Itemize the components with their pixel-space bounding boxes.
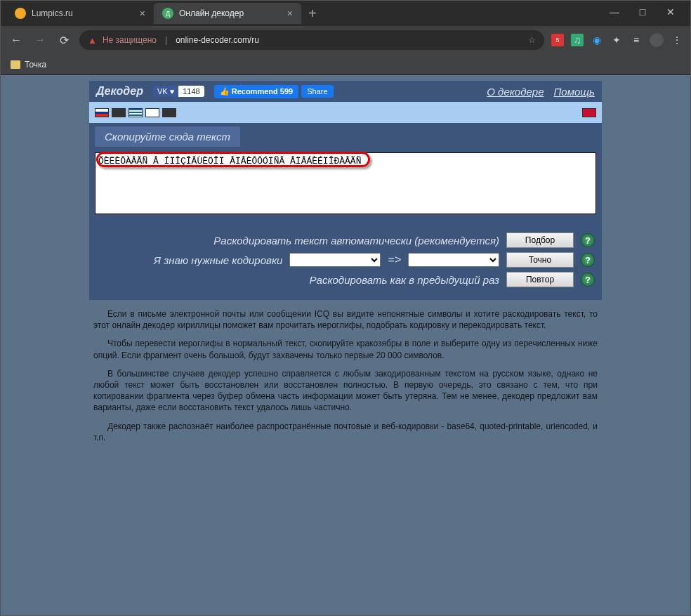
avatar[interactable]: [650, 33, 664, 47]
site-brand[interactable]: Декодер: [96, 85, 143, 98]
help-link[interactable]: Помощь: [554, 86, 595, 98]
desc-paragraph: Чтобы перевести иероглифы в нормальный т…: [93, 338, 598, 360]
lumpics-favicon: [15, 8, 26, 19]
flag-gr-icon[interactable]: [129, 108, 143, 117]
decode-controls: Раскодировать текст автоматически (реком…: [89, 223, 602, 300]
input-section: [89, 147, 602, 223]
close-icon[interactable]: ×: [140, 8, 145, 19]
flag-il-icon[interactable]: [145, 108, 159, 117]
tab-title: Lumpics.ru: [32, 8, 73, 18]
flag-icon[interactable]: [112, 108, 126, 117]
fb-share-button[interactable]: Share: [301, 85, 333, 98]
bookmarks-bar: Точка: [1, 54, 690, 75]
source-encoding-select[interactable]: [289, 253, 381, 267]
address-bar[interactable]: ▲ Не защищено | online-decoder.com/ru ☆: [79, 30, 544, 50]
maximize-button[interactable]: □: [629, 2, 657, 22]
fb-recommend-button[interactable]: 👍 Recommend 599: [214, 85, 299, 98]
repeat-decode-button[interactable]: Повтор: [506, 272, 574, 287]
vk-like-button[interactable]: VK ♥: [153, 86, 178, 97]
desc-paragraph: Декодер также распознаёт наиболее распро…: [93, 421, 598, 443]
exact-decode-button[interactable]: Точно: [506, 252, 574, 268]
known-encodings-label: Я знаю нужные кодировки: [154, 254, 282, 266]
browser-window: Lumpics.ru × Д Онлайн декодер × + — □ ✕ …: [0, 0, 691, 616]
about-link[interactable]: О декодере: [487, 86, 544, 98]
reload-button[interactable]: ⟳: [55, 34, 72, 47]
tab-strip: Lumpics.ru × Д Онлайн декодер × + — □ ✕: [1, 1, 690, 26]
flag-gb-icon[interactable]: [582, 108, 596, 117]
help-icon[interactable]: ?: [581, 233, 595, 247]
page-viewport: Декодер VK ♥ 1148 👍 Recommend 599 Share …: [1, 75, 690, 615]
warning-icon: ▲: [88, 35, 97, 46]
help-icon[interactable]: ?: [581, 253, 595, 267]
tab-decoder[interactable]: Д Онлайн декодер ×: [154, 3, 301, 24]
puzzle-icon[interactable]: ✦: [610, 34, 623, 46]
decoder-favicon: Д: [162, 8, 173, 19]
close-button[interactable]: ✕: [657, 2, 685, 22]
bookmark-folder-icon: [11, 60, 20, 69]
vk-widget[interactable]: VK ♥ 1148: [153, 86, 204, 97]
flag-icon[interactable]: [162, 108, 176, 117]
desc-paragraph: В большинстве случаев декодер успешно сп…: [93, 368, 598, 414]
section-tabs: Скопируйте сюда текст: [89, 123, 602, 147]
tab-title: Онлайн декодер: [179, 8, 244, 18]
decode-input[interactable]: [95, 152, 596, 214]
new-tab-button[interactable]: +: [301, 6, 324, 22]
description-text: Если в письме электронной почты или сооб…: [89, 300, 602, 459]
flag-ru-icon[interactable]: [95, 108, 109, 117]
tab-lumpics[interactable]: Lumpics.ru ×: [6, 3, 154, 24]
vk-count: 1148: [178, 86, 204, 97]
repeat-decode-label: Раскодировать как в предыдущий раз: [310, 274, 499, 286]
star-icon[interactable]: ☆: [528, 35, 536, 45]
reading-list-icon[interactable]: ≡: [630, 34, 643, 46]
auto-decode-button[interactable]: Подбор: [506, 232, 574, 248]
fb-widget: 👍 Recommend 599 Share: [214, 85, 334, 98]
auto-decode-label: Раскодировать текст автоматически (реком…: [213, 235, 499, 247]
extensions: 5 ♫ ◉ ✦ ≡ ⋮: [551, 33, 683, 47]
minimize-button[interactable]: —: [600, 2, 629, 22]
close-icon[interactable]: ×: [287, 8, 293, 19]
language-flags: [89, 102, 602, 123]
paste-text-tab[interactable]: Скопируйте сюда текст: [95, 126, 240, 147]
arrow-label: =>: [388, 254, 401, 266]
menu-icon[interactable]: ⋮: [671, 34, 683, 46]
ext-icon-2[interactable]: ♫: [571, 34, 584, 46]
ext-icon-3[interactable]: ◉: [591, 34, 603, 46]
desc-paragraph: Если в письме электронной почты или сооб…: [93, 308, 598, 331]
forward-button[interactable]: →: [32, 34, 48, 46]
help-icon[interactable]: ?: [581, 273, 595, 287]
page-content: Декодер VK ♥ 1148 👍 Recommend 599 Share …: [89, 81, 602, 459]
security-warning: Не защищено: [103, 35, 157, 45]
target-encoding-select[interactable]: [408, 253, 499, 267]
address-bar-row: ← → ⟳ ▲ Не защищено | online-decoder.com…: [1, 26, 690, 54]
url-text: online-decoder.com/ru: [176, 35, 259, 45]
ext-icon-1[interactable]: 5: [551, 34, 564, 46]
back-button[interactable]: ←: [8, 34, 25, 46]
site-topbar: Декодер VK ♥ 1148 👍 Recommend 599 Share …: [89, 81, 602, 102]
bookmark-item[interactable]: Точка: [25, 60, 46, 70]
